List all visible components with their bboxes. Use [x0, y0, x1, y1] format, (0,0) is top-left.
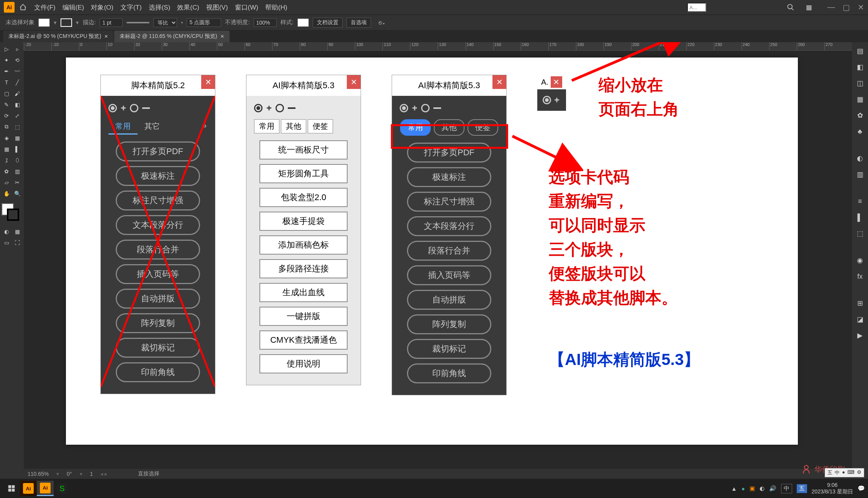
arrange-icon[interactable]: ▦	[806, 3, 812, 12]
tab-other[interactable]: 其它	[138, 119, 167, 135]
script-button[interactable]: 段落行合并	[407, 241, 491, 261]
canvas[interactable]: -20-100102030405060708090100110120130140…	[24, 42, 852, 479]
align-icon[interactable]: ⎋▾	[379, 19, 386, 26]
close-button[interactable]: ✕	[551, 76, 562, 88]
gradient-icon[interactable]: ▌	[853, 211, 866, 224]
lasso-tool[interactable]: ⟲	[12, 55, 22, 65]
color-guide-icon[interactable]: ▥	[853, 168, 866, 181]
script-button[interactable]: 标注尺寸增强	[116, 191, 200, 210]
symbol-sprayer-tool[interactable]: ✿	[2, 166, 11, 176]
artboard-nav[interactable]: 1	[90, 471, 93, 477]
radio-on-icon[interactable]	[108, 104, 117, 112]
script-button[interactable]: 印前角线	[407, 363, 491, 383]
menu-file[interactable]: 文件(F)	[34, 3, 56, 12]
paintbrush-tool[interactable]: 🖌	[12, 88, 22, 99]
radio-on-icon[interactable]	[543, 96, 551, 104]
stroke-weight-input[interactable]	[100, 18, 123, 27]
script-button[interactable]: 极速标注	[116, 166, 200, 186]
type-tool[interactable]: T	[2, 77, 11, 87]
tab-notes[interactable]: 便签	[308, 119, 333, 133]
pathfinder-icon[interactable]: ◪	[853, 313, 866, 326]
script-button[interactable]: 裁切标记	[116, 338, 200, 358]
menu-effect[interactable]: 效果(C)	[177, 3, 199, 12]
script-button[interactable]: 极速手提袋	[259, 212, 348, 231]
ime-indicator[interactable]: 中	[781, 484, 792, 493]
slice-tool[interactable]: ✂	[12, 177, 22, 187]
search-icon[interactable]	[787, 3, 794, 11]
script-button[interactable]: 文本段落分行	[116, 215, 200, 235]
symbols-icon[interactable]: ♣	[853, 125, 866, 138]
menu-help[interactable]: 帮助(H)	[265, 3, 287, 12]
maximize-icon[interactable]: ▢	[843, 3, 850, 12]
selection-tool[interactable]: ▷	[2, 44, 11, 54]
stroke-color[interactable]	[7, 209, 19, 221]
radio-off-icon[interactable]	[421, 104, 430, 112]
close-button[interactable]: ✕	[347, 75, 361, 89]
script-button[interactable]: CMYK查找潘通色	[259, 330, 348, 350]
eyedropper-tool[interactable]: ⁒	[2, 155, 11, 165]
tab-common[interactable]: 常用	[108, 119, 138, 135]
gradient-tool[interactable]: ▌	[12, 144, 22, 154]
magic-wand-tool[interactable]: ✦	[2, 55, 11, 65]
rectangle-tool[interactable]: ▢	[2, 88, 11, 99]
notification-icon[interactable]: 💬	[858, 485, 865, 492]
radio-off-icon[interactable]	[276, 104, 284, 112]
menu-type[interactable]: 文字(T)	[120, 3, 142, 12]
tray-icon[interactable]: ◐	[760, 485, 765, 492]
script-button[interactable]: 打开多页PDF	[116, 141, 200, 161]
menu-view[interactable]: 视图(V)	[206, 3, 228, 12]
script-button[interactable]: 生成出血线	[259, 283, 348, 302]
stroke-swatch[interactable]	[61, 18, 72, 27]
mesh-tool[interactable]: ▦	[2, 144, 11, 154]
gradient-mode-btn[interactable]: ▦	[12, 226, 22, 237]
draw-mode-btn[interactable]: ▭	[2, 237, 11, 248]
align-icon[interactable]: ⊞	[853, 297, 866, 310]
width-tool[interactable]: ⧉	[2, 122, 11, 132]
script-button[interactable]: 阵列复制	[116, 313, 200, 333]
script-button[interactable]: 多段路径连接	[259, 259, 348, 278]
tray-volume-icon[interactable]: 🔊	[769, 485, 776, 492]
taskbar-app-ai[interactable]: Ai	[20, 481, 37, 496]
top-search-box[interactable]	[687, 3, 706, 12]
taskbar-clock[interactable]: 9:06 2023/8/13 星期日	[812, 482, 853, 495]
appearance-icon[interactable]: ◉	[853, 254, 866, 267]
taskbar-app-other[interactable]: S	[54, 481, 71, 496]
tab-common[interactable]: 常用	[254, 119, 279, 133]
doc-tab-2[interactable]: 未标题-2 @ 110.65 % (CMYK/CPU 预览) ✕	[114, 31, 230, 42]
radio-on-icon[interactable]	[254, 104, 263, 112]
line-tool[interactable]: ╱	[12, 77, 22, 87]
corners-input[interactable]	[187, 18, 221, 27]
fill-swatch[interactable]	[38, 18, 50, 27]
chevrons-icon[interactable]: »	[199, 119, 210, 135]
script-button[interactable]: 阵列复制	[407, 314, 491, 334]
zoom-level[interactable]: 110.65%	[28, 471, 49, 477]
hand-tool[interactable]: ✋	[2, 188, 11, 199]
graph-tool[interactable]: ▥	[12, 166, 22, 176]
perspective-tool[interactable]: ▦	[12, 133, 22, 143]
style-swatch[interactable]	[297, 18, 309, 27]
close-button[interactable]: ✕	[201, 75, 215, 89]
script-button[interactable]: 极速标注	[407, 167, 491, 187]
close-icon[interactable]: ✕	[104, 34, 108, 39]
menu-select[interactable]: 选择(S)	[149, 3, 171, 12]
rotation[interactable]: 0°	[67, 471, 72, 477]
menu-object[interactable]: 对象(O)	[91, 3, 113, 12]
stroke-icon[interactable]: ≡	[853, 195, 866, 208]
script-button[interactable]: 文本段落分行	[407, 216, 491, 236]
free-transform-tool[interactable]: ⬚	[12, 122, 22, 132]
script-button[interactable]: 添加画稿色标	[259, 235, 348, 255]
script-button[interactable]: 统一画板尺寸	[259, 140, 348, 159]
transparency-icon[interactable]: ⬚	[853, 227, 866, 240]
tray-icon[interactable]: ▲	[731, 485, 737, 492]
tab-other[interactable]: 其他	[281, 119, 306, 133]
shaper-tool[interactable]: ✎	[2, 99, 11, 110]
brushes-icon[interactable]: ✿	[853, 109, 866, 122]
script-button[interactable]: 使用说明	[259, 354, 348, 373]
tray-icon[interactable]: ●	[742, 485, 745, 492]
direct-selection-tool[interactable]: ▹	[12, 44, 22, 54]
doc-tab-1[interactable]: 未标题-2.ai @ 50 % (CMYK/CPU 预览) ✕	[3, 31, 113, 42]
minimize-icon[interactable]: —	[827, 3, 835, 12]
properties-icon[interactable]: ▤	[853, 44, 866, 58]
script-button[interactable]: 标注尺寸增强	[407, 192, 491, 212]
doc-setup-button[interactable]: 文档设置	[313, 18, 343, 28]
